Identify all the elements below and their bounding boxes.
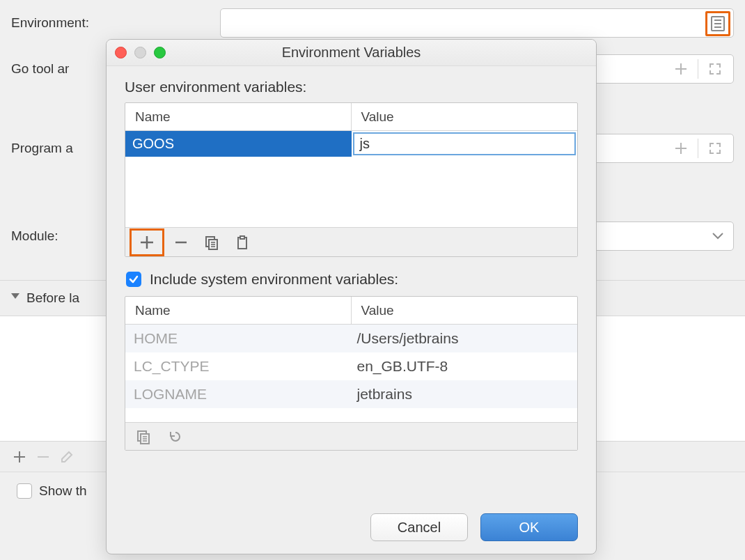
column-value-header[interactable]: Value [352,297,578,324]
chevron-down-icon [712,233,723,240]
var-value-cell[interactable]: js [353,132,577,155]
zoom-window-button[interactable] [154,47,166,59]
sys-var-value: en_GB.UTF-8 [352,358,578,375]
revert-sys-var-button[interactable] [162,423,189,451]
env-vars-dialog: Environment Variables User environment v… [106,39,597,554]
svg-rect-20 [240,236,244,239]
dialog-buttons: Cancel OK [107,502,596,554]
copy-sys-var-button[interactable] [130,423,157,451]
remove-button[interactable] [35,449,52,465]
user-vars-table: Name Value GOOS js [125,102,578,257]
user-vars-body: GOOS js [125,131,577,227]
include-system-label: Include system environment variables: [150,271,398,288]
separator [698,139,698,158]
include-system-checkbox[interactable] [126,272,141,287]
paste-var-button[interactable] [228,228,256,256]
sys-var-name: LOGNAME [125,386,352,403]
var-name-cell[interactable]: GOOS [125,131,352,157]
dialog-title: Environment Variables [107,45,596,61]
expand-icon[interactable] [707,140,723,157]
system-vars-table: Name Value HOME /Users/jetbrains LC_CTYP… [125,296,578,451]
system-vars-toolbar [125,422,577,450]
table-row[interactable]: GOOS js [125,131,577,157]
show-label: Show th [39,483,87,499]
sys-var-value: jetbrains [352,386,578,403]
remove-var-button[interactable] [167,228,195,256]
plus-icon[interactable] [673,61,689,77]
user-vars-header: Name Value [125,103,577,131]
include-system-row[interactable]: Include system environment variables: [126,271,578,288]
user-vars-label: User environment variables: [125,79,578,95]
system-vars-header: Name Value [125,297,577,325]
add-button[interactable] [11,449,28,465]
chevron-down-icon [11,293,19,303]
system-vars-body: HOME /Users/jetbrains LC_CTYPE en_GB.UTF… [125,325,577,422]
open-env-dialog-button[interactable] [705,11,730,36]
expand-icon[interactable] [707,61,723,77]
table-row[interactable]: HOME /Users/jetbrains [125,325,577,352]
sys-var-value: /Users/jetbrains [352,330,578,347]
dialog-titlebar: Environment Variables [107,40,596,66]
show-checkbox[interactable] [17,483,32,499]
user-vars-toolbar [125,227,577,256]
sys-var-name: HOME [125,330,352,347]
add-var-button[interactable] [130,228,164,256]
before-launch-label: Before la [26,290,79,306]
environment-field[interactable] [220,8,734,38]
list-icon [711,16,725,31]
cancel-button[interactable]: Cancel [370,513,468,541]
separator [698,59,698,79]
plus-icon[interactable] [673,140,689,157]
column-value-header[interactable]: Value [352,103,578,130]
edit-button[interactable] [58,449,75,465]
close-window-button[interactable] [115,47,127,59]
ok-button[interactable]: OK [480,513,578,541]
column-name-header[interactable]: Name [125,297,352,324]
table-row[interactable]: LOGNAME jetbrains [125,380,577,408]
column-name-header[interactable]: Name [125,103,352,130]
minimize-window-button [134,47,146,59]
window-controls [115,47,166,59]
sys-var-name: LC_CTYPE [125,358,352,375]
table-row[interactable]: LC_CTYPE en_GB.UTF-8 [125,352,577,380]
copy-var-button[interactable] [198,228,226,256]
environment-label: Environment: [11,15,220,31]
